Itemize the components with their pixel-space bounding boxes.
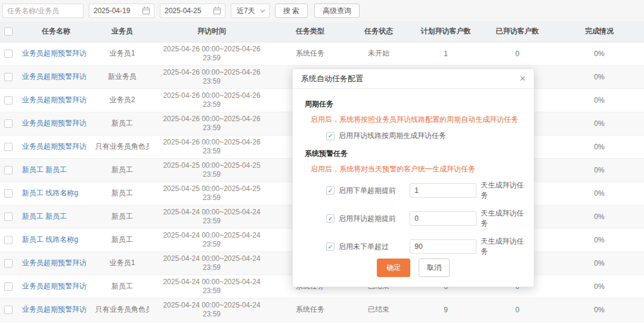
- visit-time-cell: 2025-04-24 00:00~2025-04-24 23:59: [149, 298, 274, 321]
- salesman-cell: 业务员1: [95, 42, 149, 65]
- select-all-checkbox[interactable]: [4, 27, 13, 36]
- completion-cell: 0%: [555, 205, 644, 228]
- task-status-cell: 已结束: [346, 298, 411, 321]
- task-name-link[interactable]: 新员工 新员工: [22, 212, 67, 220]
- column-task-status: 任务状态: [346, 21, 411, 42]
- warning-rule-days-input[interactable]: [410, 239, 476, 254]
- task-name-link[interactable]: 业务员超期预警拜访: [22, 282, 86, 290]
- completion-cell: 0%: [555, 158, 644, 182]
- visit-time-end: 23:59: [149, 147, 274, 156]
- warning-rule-suffix: 天生成拜访任务: [481, 236, 525, 257]
- visit-time-cell: 2025-04-24 00:00~2025-04-24 23:59: [149, 251, 274, 275]
- completion-cell: 0%: [555, 42, 644, 65]
- filter-toolbar: 近7天 搜 索 高级查询: [0, 0, 644, 21]
- visit-time-end: 23:59: [149, 170, 274, 179]
- warning-rule-checkbox[interactable]: ✓: [326, 186, 335, 195]
- calendar-icon[interactable]: [213, 8, 221, 14]
- date-to-input[interactable]: [165, 7, 210, 15]
- check-icon: ✓: [327, 133, 333, 139]
- warning-rule-days-input[interactable]: [410, 183, 476, 198]
- salesman-cell: 新员工: [95, 182, 149, 205]
- visit-time-end: 23:59: [149, 263, 274, 272]
- task-name-link[interactable]: 新员工 线路名称g: [22, 235, 78, 244]
- warning-task-tip: 启用后，系统将对当天预警的客户统一生成拜访任务: [311, 164, 525, 174]
- row-checkbox[interactable]: [4, 282, 13, 291]
- auto-task-config-dialog: 系统自动任务配置 × 周期任务 启用后，系统将按照业务员拜访线路配置的周期自动生…: [292, 69, 534, 287]
- row-checkbox[interactable]: [4, 96, 13, 104]
- table-row: 业务员超期预警拜访 只有业务员角色员工 2025-04-24 00:00~202…: [0, 298, 644, 321]
- task-name-link[interactable]: 业务员超期预警拜访: [22, 119, 86, 127]
- task-name-link[interactable]: 新员工 线路名称g: [22, 189, 78, 197]
- completion-cell: 0%: [555, 88, 644, 112]
- warning-rule-checkbox[interactable]: ✓: [326, 214, 335, 223]
- search-button[interactable]: 搜 索: [275, 4, 308, 18]
- row-checkbox[interactable]: [4, 213, 13, 221]
- task-name-link[interactable]: 业务员超期预警拜访: [22, 305, 86, 313]
- column-salesman: 业务员: [95, 21, 149, 42]
- calendar-icon[interactable]: [143, 8, 150, 14]
- row-checkbox[interactable]: [4, 166, 13, 174]
- row-checkbox[interactable]: [4, 73, 13, 81]
- cancel-button[interactable]: 取消: [419, 259, 450, 277]
- visit-time-end: 23:59: [149, 240, 274, 249]
- visited-count-link[interactable]: 0: [515, 50, 519, 58]
- close-icon[interactable]: ×: [520, 74, 525, 84]
- completion-cell: 0%: [555, 298, 644, 321]
- visit-time-cell: 2025-04-26 00:00~2025-04-26 23:59: [149, 135, 274, 158]
- row-checkbox[interactable]: [4, 143, 13, 151]
- task-name-link[interactable]: 新员工 新员工: [22, 165, 67, 174]
- visit-time-end: 23:59: [149, 100, 274, 109]
- row-checkbox[interactable]: [4, 236, 13, 244]
- row-checkbox[interactable]: [4, 50, 13, 58]
- task-name-link[interactable]: 业务员超期预警拜访: [22, 49, 86, 57]
- date-to-field[interactable]: [160, 4, 225, 18]
- task-name-link[interactable]: 业务员超期预警拜访: [22, 96, 86, 104]
- column-planned-count: 计划拜访客户数: [411, 21, 480, 42]
- warning-rule-label: 启用下单超期提前: [339, 186, 405, 196]
- row-checkbox[interactable]: [4, 119, 13, 128]
- warning-rule-days-input[interactable]: [410, 211, 476, 226]
- completion-cell: 0%: [555, 275, 644, 298]
- task-name-link[interactable]: 业务员超期预警拜访: [22, 72, 86, 81]
- periodic-task-checkbox[interactable]: ✓: [326, 132, 335, 140]
- salesman-cell: 新员工: [95, 112, 149, 135]
- visit-time-cell: 2025-04-26 00:00~2025-04-26 23:59: [149, 42, 274, 65]
- warning-rule-row: ✓ 启用下单超期提前 天生成拜访任务: [326, 180, 525, 201]
- warning-rule-checkbox[interactable]: ✓: [326, 242, 335, 251]
- visited-count-link[interactable]: 0: [515, 306, 519, 314]
- planned-count-cell: 9: [411, 298, 480, 321]
- visit-time-end: 23:59: [149, 77, 274, 86]
- visit-time-start: 2025-04-24 00:00~2025-04-24: [149, 208, 274, 217]
- confirm-button[interactable]: 确定: [377, 259, 410, 277]
- date-from-field[interactable]: [89, 4, 154, 18]
- visit-time-end: 23:59: [149, 193, 274, 202]
- date-range-select[interactable]: 近7天: [231, 4, 270, 18]
- row-checkbox[interactable]: [4, 306, 13, 314]
- completion-cell: 0%: [555, 182, 644, 205]
- search-input[interactable]: [2, 4, 83, 18]
- warning-rule-row: ✓ 启用未下单超过 天生成拜访任务: [326, 236, 525, 257]
- check-icon: ✓: [327, 244, 333, 250]
- visit-time-start: 2025-04-24 00:00~2025-04-24: [149, 301, 274, 310]
- advanced-query-button[interactable]: 高级查询: [314, 4, 360, 18]
- salesman-cell: 新员工: [95, 275, 149, 298]
- task-status-cell: 未开始: [346, 42, 411, 65]
- column-task-name: 任务名称: [17, 21, 95, 42]
- date-range-value: 近7天: [237, 6, 255, 16]
- visit-time-start: 2025-04-26 00:00~2025-04-26: [149, 45, 274, 54]
- salesman-cell: 业务员2: [95, 88, 149, 112]
- row-checkbox[interactable]: [4, 259, 13, 267]
- task-name-link[interactable]: 业务员超期预警拜访: [22, 259, 86, 267]
- visit-time-start: 2025-04-24 00:00~2025-04-24: [149, 278, 274, 287]
- salesman-cell: 新员工: [95, 228, 149, 251]
- periodic-task-tip: 启用后，系统将按照业务员拜访线路配置的周期自动生成拜访任务: [311, 115, 525, 125]
- date-from-input[interactable]: [94, 7, 139, 15]
- completion-cell: 0%: [555, 65, 644, 88]
- row-checkbox[interactable]: [4, 189, 13, 198]
- visit-time-start: 2025-04-25 00:00~2025-04-25: [149, 161, 274, 170]
- task-name-link[interactable]: 业务员超期预警拜访: [22, 142, 86, 150]
- periodic-task-heading: 周期任务: [305, 99, 525, 109]
- visit-time-cell: 2025-04-24 00:00~2025-04-24 23:59: [149, 275, 274, 298]
- completion-cell: 0%: [555, 135, 644, 158]
- visit-time-end: 23:59: [149, 124, 274, 133]
